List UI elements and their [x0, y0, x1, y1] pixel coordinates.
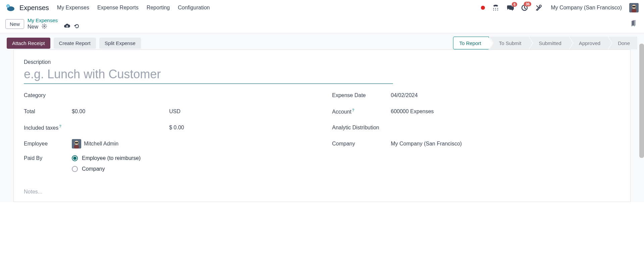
new-button[interactable]: New — [5, 19, 24, 29]
radio-checked-icon — [72, 155, 78, 161]
activity-badge: 36 — [524, 2, 531, 6]
total-amount[interactable]: $0.00 — [72, 109, 169, 115]
employee-name: Mitchell Admin — [84, 141, 118, 147]
app-icon: $ — [5, 4, 15, 11]
nav-link-configuration[interactable]: Configuration — [178, 5, 210, 11]
company-selector[interactable]: My Company (San Francisco) — [551, 5, 622, 11]
svg-rect-12 — [632, 9, 636, 12]
status-step-done[interactable]: Done — [608, 37, 637, 49]
messages-icon[interactable]: 6 — [506, 5, 514, 11]
analytic-label: Analytic Distribution — [332, 125, 391, 131]
description-label: Description — [24, 59, 620, 65]
svg-point-5 — [497, 8, 498, 9]
expense-date-value[interactable]: 04/02/2024 — [391, 92, 418, 98]
bookmark-icon[interactable] — [631, 20, 637, 29]
help-icon[interactable]: ? — [59, 124, 61, 128]
cloud-save-icon[interactable] — [64, 24, 70, 30]
employee-label: Employee — [24, 141, 72, 147]
activity-icon[interactable]: 36 — [521, 4, 528, 11]
paid-by-company-radio[interactable]: Company — [72, 166, 141, 172]
nav-link-my-expenses[interactable]: My Expenses — [57, 5, 89, 11]
status-step-to-submit[interactable]: To Submit — [490, 37, 529, 49]
svg-point-16 — [44, 26, 45, 27]
svg-rect-19 — [74, 145, 79, 148]
tax-amount: $ 0.00 — [169, 125, 184, 131]
scrollbar[interactable] — [639, 44, 644, 158]
status-flow: To Report To Submit Submitted Approved D… — [453, 37, 637, 49]
messages-badge: 6 — [512, 2, 517, 7]
breadcrumb-row: New My Expenses New — [0, 15, 644, 33]
form-left-column: Category Total $0.00 USD Included taxes?… — [24, 91, 312, 179]
svg-point-3 — [493, 8, 494, 9]
svg-point-6 — [493, 10, 494, 10]
company-value[interactable]: My Company (San Francisco) — [391, 141, 462, 147]
account-value[interactable]: 600000 Expenses — [391, 109, 434, 115]
attach-receipt-button[interactable]: Attach Receipt — [7, 38, 50, 49]
app-title[interactable]: Expenses — [19, 4, 49, 12]
action-bar: Attach Receipt Create Report Split Expen… — [7, 37, 637, 49]
form-right-column: Expense Date 04/02/2024 Account? 600000 … — [332, 91, 621, 179]
total-label: Total — [24, 109, 72, 115]
employee-field[interactable]: Mitchell Admin — [72, 139, 118, 148]
split-expense-button[interactable]: Split Expense — [99, 38, 141, 49]
breadcrumb-current: New — [28, 24, 38, 30]
status-step-to-report[interactable]: To Report — [453, 37, 489, 49]
employee-avatar-icon — [72, 139, 81, 148]
svg-point-8 — [497, 10, 498, 10]
svg-text:$: $ — [7, 5, 9, 8]
radio-unchecked-icon — [72, 166, 78, 172]
account-label: Account? — [332, 108, 391, 115]
action-bar-wrap: Attach Receipt Create Report Split Expen… — [0, 33, 644, 202]
included-taxes-label: Included taxes? — [24, 124, 72, 131]
user-avatar[interactable] — [629, 3, 639, 12]
svg-rect-20 — [75, 142, 78, 143]
category-label: Category — [24, 92, 72, 98]
paid-by-label: Paid By — [24, 155, 72, 161]
description-input[interactable] — [24, 67, 393, 84]
recording-indicator-icon — [481, 6, 485, 10]
nav-link-expense-reports[interactable]: Expense Reports — [97, 5, 139, 11]
expense-date-label: Expense Date — [332, 92, 391, 98]
dialpad-icon[interactable] — [492, 5, 499, 11]
paid-by-radio-group: Employee (to reimburse) Company — [72, 155, 141, 172]
svg-point-7 — [495, 10, 496, 10]
top-nav: $ Expenses My Expenses Expense Reports R… — [0, 0, 644, 15]
tools-icon[interactable] — [535, 4, 542, 11]
create-report-button[interactable]: Create Report — [54, 38, 96, 49]
breadcrumb-parent[interactable]: My Expenses — [28, 17, 80, 23]
status-area: 6 36 My Company (San Francisco) — [481, 3, 639, 12]
status-step-submitted[interactable]: Submitted — [529, 37, 569, 49]
expense-form: Description Category Total $0.00 USD Inc… — [13, 49, 631, 202]
status-step-approved[interactable]: Approved — [569, 37, 608, 49]
gear-icon[interactable] — [42, 24, 47, 30]
discard-icon[interactable] — [74, 23, 80, 30]
paid-by-employee-radio[interactable]: Employee (to reimburse) — [72, 155, 141, 161]
currency-value[interactable]: USD — [169, 109, 181, 115]
company-label: Company — [332, 141, 391, 147]
notes-input[interactable] — [24, 189, 620, 195]
nav-link-reporting[interactable]: Reporting — [147, 5, 170, 11]
help-icon[interactable]: ? — [352, 108, 354, 112]
nav-links: My Expenses Expense Reports Reporting Co… — [57, 5, 210, 11]
svg-point-4 — [495, 8, 496, 9]
